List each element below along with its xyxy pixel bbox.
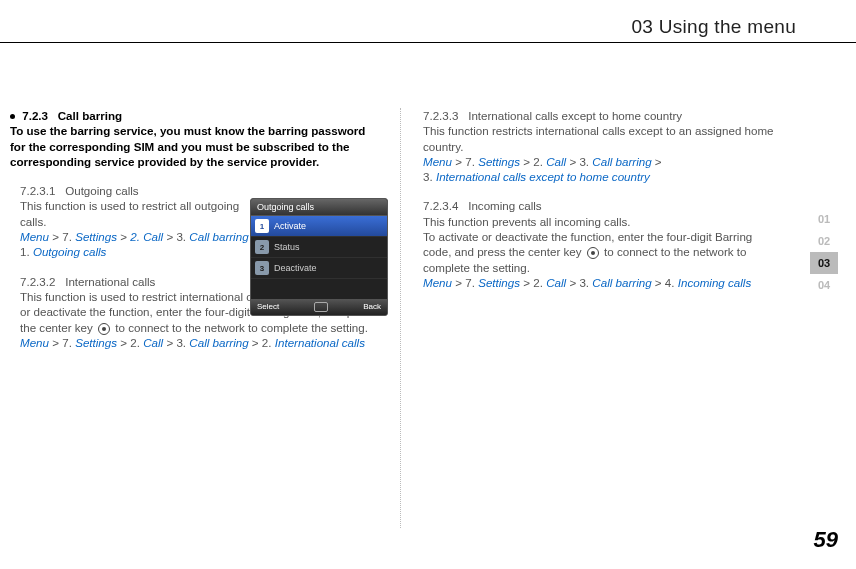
menu-path: Menu > 7. Settings > 2. Call > 3. Call b… xyxy=(423,275,780,290)
path-step: 7. xyxy=(62,336,72,349)
path-step: 4. xyxy=(665,276,675,289)
phone-item-number: 3 xyxy=(255,261,269,275)
path-call: Call xyxy=(546,155,566,168)
path-call: Call xyxy=(546,276,566,289)
bullet-icon xyxy=(10,114,15,119)
chapter-tab-04: 04 xyxy=(810,274,838,296)
path-menu: Menu xyxy=(423,276,452,289)
phone-softkey-right: Back xyxy=(363,302,381,312)
section-heading: 7.2.3 Call barring xyxy=(10,108,380,123)
sub-body: This function restricts international ca… xyxy=(423,123,780,154)
sub-body: To activate or deactivate the function, … xyxy=(423,229,780,275)
section-number: 7.2.3 xyxy=(22,109,48,122)
path-step: 2. xyxy=(130,336,140,349)
path-step: 7. xyxy=(62,230,72,243)
path-callbarring: Call barring xyxy=(592,155,651,168)
chapter-tab-02: 02 xyxy=(810,230,838,252)
header-rule xyxy=(0,42,856,43)
path-step: 2. xyxy=(533,155,543,168)
path-settings: Settings xyxy=(478,155,520,168)
path-international: International calls xyxy=(275,336,365,349)
path-settings: Settings xyxy=(478,276,520,289)
path-incoming: Incoming calls xyxy=(678,276,751,289)
sub-title: Incoming calls xyxy=(468,199,541,212)
left-column: 7.2.3 Call barring To use the barring se… xyxy=(8,108,401,528)
page-number: 59 xyxy=(814,527,838,553)
menu-path: Menu > 7. Settings > 2. Call > 3. Call b… xyxy=(423,154,780,185)
phone-item-label: Activate xyxy=(274,221,306,231)
center-key-icon xyxy=(98,323,110,335)
path-call: Call xyxy=(143,336,163,349)
chapter-tabs: 01 02 03 04 xyxy=(810,208,838,296)
path-step: 7. xyxy=(465,276,475,289)
path-intl-except-home: International calls except to home count… xyxy=(436,170,650,183)
phone-menu-item-status: 2 Status xyxy=(251,237,387,258)
path-callbarring: Call barring xyxy=(592,276,651,289)
path-menu: Menu xyxy=(20,230,49,243)
path-step: 1. xyxy=(20,245,30,258)
right-column: 7.2.3.3 International calls except to ho… xyxy=(401,108,794,528)
sub-title: International calls xyxy=(65,275,155,288)
phone-title: Outgoing calls xyxy=(251,199,387,216)
path-callbarring: Call barring xyxy=(189,336,248,349)
phone-softkeys: Select Back xyxy=(251,299,387,315)
sub-number: 7.2.3.2 xyxy=(20,275,55,288)
path-menu: Menu xyxy=(20,336,49,349)
sub-title: Outgoing calls xyxy=(65,184,138,197)
phone-menu-item-activate: 1 Activate xyxy=(251,216,387,237)
sub-body-text: to connect to the network to complete th… xyxy=(115,321,368,334)
path-step: 3. xyxy=(579,276,589,289)
sub-number: 7.2.3.3 xyxy=(423,109,458,122)
phone-screenshot: Outgoing calls 1 Activate 2 Status 3 Dea… xyxy=(250,198,388,316)
phone-softkey-center-icon xyxy=(314,302,328,312)
path-settings: Settings xyxy=(75,336,117,349)
center-key-icon xyxy=(587,247,599,259)
sub-title: International calls except to home count… xyxy=(468,109,682,122)
section-intro: To use the barring service, you must kno… xyxy=(10,123,380,169)
section-title: Call barring xyxy=(58,109,122,122)
phone-item-label: Deactivate xyxy=(274,263,317,273)
path-step: 2. xyxy=(262,336,272,349)
phone-item-label: Status xyxy=(274,242,300,252)
sub-body: This function prevents all incoming call… xyxy=(423,214,780,229)
chapter-tab-03: 03 xyxy=(810,252,838,274)
path-outgoing: Outgoing calls xyxy=(33,245,106,258)
path-call: 2. Call xyxy=(130,230,163,243)
phone-item-number: 1 xyxy=(255,219,269,233)
menu-path: Menu > 7. Settings > 2. Call > 3. Call b… xyxy=(20,335,380,350)
path-settings: Settings xyxy=(75,230,117,243)
path-step: 3. xyxy=(176,336,186,349)
path-callbarring: Call barring xyxy=(189,230,248,243)
path-step: 3. xyxy=(423,170,433,183)
phone-item-number: 2 xyxy=(255,240,269,254)
chapter-title: 03 Using the menu xyxy=(631,16,796,38)
path-menu: Menu xyxy=(423,155,452,168)
path-step: 2. xyxy=(533,276,543,289)
content-area: 7.2.3 Call barring To use the barring se… xyxy=(8,108,794,528)
sub-number: 7.2.3.4 xyxy=(423,199,458,212)
sub-number: 7.2.3.1 xyxy=(20,184,55,197)
phone-menu-item-deactivate: 3 Deactivate xyxy=(251,258,387,279)
subsection-7-2-3-3: 7.2.3.3 International calls except to ho… xyxy=(423,108,780,184)
path-step: 7. xyxy=(465,155,475,168)
path-step: 3. xyxy=(579,155,589,168)
subsection-7-2-3-4: 7.2.3.4 Incoming calls This function pre… xyxy=(423,198,780,290)
sub-body: This function is used to restrict all ou… xyxy=(20,198,240,229)
chapter-tab-01: 01 xyxy=(810,208,838,230)
phone-softkey-left: Select xyxy=(257,302,279,312)
path-step: 3. xyxy=(176,230,186,243)
